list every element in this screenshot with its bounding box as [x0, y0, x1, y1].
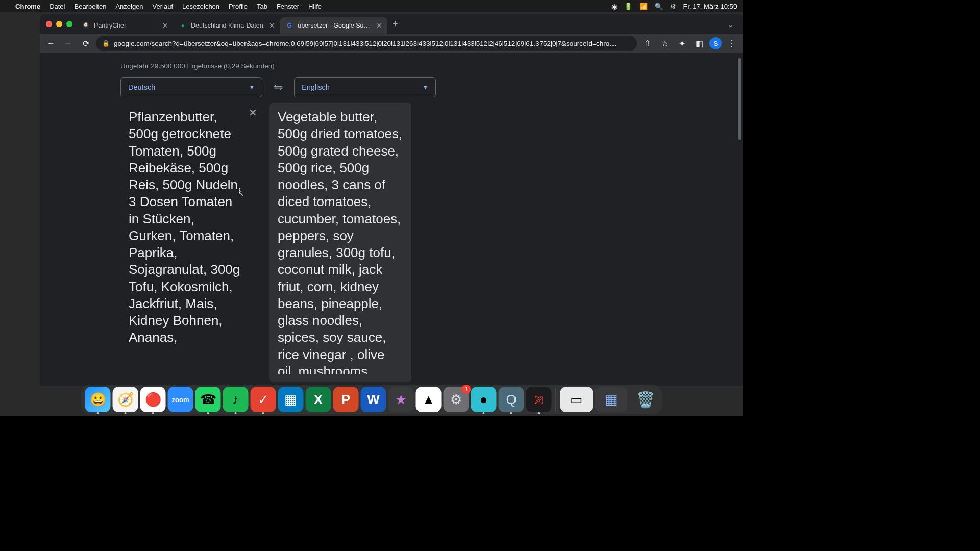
tab-overflow-icon[interactable]: ⌄ [722, 19, 739, 29]
menu-help[interactable]: Hilfe [308, 3, 322, 10]
window-close-button[interactable] [46, 21, 52, 27]
status-search-icon[interactable]: 🔍 [655, 3, 663, 10]
dock-imovie[interactable]: ★ [388, 387, 414, 412]
tab-close-icon[interactable]: ✕ [162, 21, 168, 30]
profile-avatar[interactable]: S [709, 37, 722, 49]
status-control-center-icon[interactable]: ⚙ [670, 3, 676, 10]
tab-favicon: 🍳 [82, 21, 90, 30]
dock-trash[interactable]: 🗑️ [633, 387, 658, 412]
dock-spotify[interactable]: ♪ [223, 387, 249, 412]
sidepanel-icon[interactable]: ◧ [692, 36, 706, 51]
tab-pantrychef[interactable]: 🍳 PantryChef ✕ [77, 17, 174, 34]
chevron-down-icon: ▼ [423, 84, 428, 90]
dock-finder[interactable]: 😀 [85, 387, 111, 412]
source-language-select[interactable]: Deutsch ▼ [120, 77, 262, 97]
dock-safari[interactable]: 🧭 [113, 387, 138, 412]
menu-view[interactable]: Anzeigen [115, 3, 143, 10]
menu-file[interactable]: Datei [50, 3, 65, 10]
chrome-tab-strip: 🍳 PantryChef ✕ ● Deutschland Klima-Daten… [40, 14, 743, 34]
status-record-icon[interactable]: ◉ [611, 3, 617, 10]
dock-chrome[interactable]: 🔴 [140, 387, 166, 412]
page-scrollbar[interactable] [738, 58, 741, 140]
bookmark-star-icon[interactable]: ☆ [657, 36, 672, 51]
dock-quicktime[interactable]: Q [499, 387, 524, 412]
dock-word[interactable]: W [361, 387, 386, 412]
share-icon[interactable]: ⇧ [640, 36, 654, 51]
chrome-window: 🍳 PantryChef ✕ ● Deutschland Klima-Daten… [40, 14, 743, 386]
menubar-app-name[interactable]: Chrome [15, 3, 40, 10]
menu-history[interactable]: Verlauf [153, 3, 173, 10]
tab-close-icon[interactable]: ✕ [376, 21, 382, 30]
window-traffic-lights [44, 21, 77, 27]
clear-source-button[interactable]: ✕ [249, 107, 257, 120]
chrome-menu-icon[interactable]: ⋮ [725, 36, 739, 51]
menu-bookmarks[interactable]: Lesezeichen [182, 3, 219, 10]
menu-profiles[interactable]: Profile [229, 3, 248, 10]
dock-voice-memos[interactable]: ⎚ [526, 387, 552, 412]
omnibox-url: google.com/search?q=übersetzer&oq=über&a… [114, 40, 631, 47]
tab-klima-daten[interactable]: ● Deutschland Klima-Daten. ✕ [174, 17, 280, 34]
dock-todoist[interactable]: ✓ [251, 387, 276, 412]
tab-title: Deutschland Klima-Daten. [191, 22, 265, 29]
dock-recent-1[interactable]: ▭ [560, 387, 593, 412]
dock-excel[interactable]: X [306, 387, 331, 412]
chrome-toolbar: ← → ⟳ 🔒 google.com/search?q=übersetzer&o… [40, 34, 743, 53]
dock-zoom[interactable]: zoom [168, 387, 193, 412]
source-language-label: Deutsch [128, 83, 155, 91]
target-text: Vegetable butter, 500g dried tomatoes, 5… [278, 109, 403, 374]
window-minimize-button[interactable] [56, 21, 62, 27]
target-language-label: Englisch [302, 83, 330, 91]
source-text-pane[interactable]: ✕ Pflanzenbutter, 500g getrocknete Tomat… [120, 103, 262, 382]
dock-settings[interactable]: ⚙1 [444, 387, 469, 412]
tab-title: PantryChef [94, 22, 158, 29]
lock-icon: 🔒 [102, 40, 110, 47]
tab-close-icon[interactable]: ✕ [269, 21, 275, 30]
menu-edit[interactable]: Bearbeiten [74, 3, 106, 10]
new-tab-button[interactable]: + [387, 19, 403, 30]
extensions-icon[interactable]: ✦ [675, 36, 689, 51]
source-text[interactable]: Pflanzenbutter, 500g getrocknete Tomaten… [129, 109, 254, 346]
macos-menubar: Chrome Datei Bearbeiten Anzeigen Verlauf… [0, 0, 743, 12]
menu-tab[interactable]: Tab [257, 3, 267, 10]
target-language-select[interactable]: Englisch ▼ [294, 77, 436, 97]
results-stats: Ungefähr 29.500.000 Ergebnisse (0,29 Sek… [120, 53, 743, 77]
dock-whatsapp[interactable]: ☎ [195, 387, 221, 412]
tab-google-uebersetzer[interactable]: G übersetzer - Google Suche ✕ [280, 17, 387, 34]
tab-title: übersetzer - Google Suche [298, 22, 372, 29]
target-text-pane: Vegetable butter, 500g dried tomatoes, 5… [270, 103, 411, 382]
dock-separator [556, 388, 556, 412]
status-clock[interactable]: Fr. 17. März 10:59 [683, 3, 738, 10]
nav-reload-button[interactable]: ⟳ [79, 36, 93, 51]
omnibox[interactable]: 🔒 google.com/search?q=übersetzer&oq=über… [96, 36, 637, 51]
nav-forward-button[interactable]: → [61, 36, 76, 51]
chevron-down-icon: ▼ [249, 84, 255, 90]
menu-window[interactable]: Fenster [277, 3, 299, 10]
dock-app-teal[interactable]: ● [471, 387, 497, 412]
tab-favicon: G [285, 21, 293, 30]
settings-badge: 1 [462, 385, 471, 394]
window-zoom-button[interactable] [66, 21, 72, 27]
tab-favicon: ● [179, 21, 187, 30]
dock-powerpoint[interactable]: P [333, 387, 359, 412]
swap-languages-button[interactable] [270, 79, 287, 96]
dock-recent-2[interactable]: ▦ [595, 387, 628, 412]
swap-icon [273, 82, 283, 92]
status-wifi-icon[interactable]: 📶 [640, 3, 648, 10]
nav-back-button[interactable]: ← [44, 36, 58, 51]
page-content[interactable]: Ungefähr 29.500.000 Ergebnisse (0,29 Sek… [40, 53, 743, 386]
dock-drive[interactable]: ▲ [416, 387, 442, 412]
macos-dock: 😀 🧭 🔴 zoom ☎ ♪ ✓ ▦ X P W ★ ▲ ⚙1 ● Q ⎚ ▭ … [81, 385, 663, 414]
status-battery-icon[interactable]: 🔋 [624, 3, 632, 10]
dock-trello[interactable]: ▦ [278, 387, 304, 412]
